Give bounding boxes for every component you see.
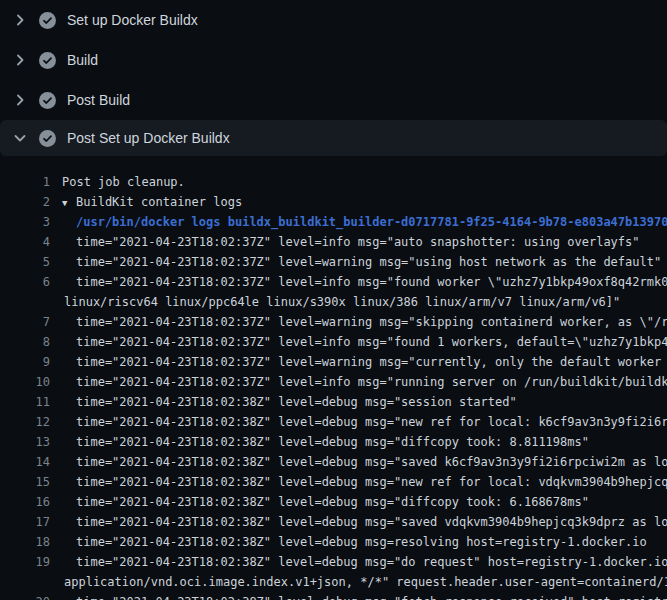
step-section-build[interactable]: Build <box>0 40 667 80</box>
log-line: 10time="2021-04-23T18:02:37Z" level=info… <box>0 372 667 392</box>
log-line-number[interactable]: 14 <box>0 452 50 472</box>
log-line-text: time="2021-04-23T18:02:38Z" level=debug … <box>62 552 667 572</box>
log-line: 11time="2021-04-23T18:02:38Z" level=debu… <box>0 392 667 412</box>
log-line-number[interactable]: 10 <box>0 372 50 392</box>
step-section-post-build[interactable]: Post Build <box>0 80 667 120</box>
log-line-number[interactable]: 20 <box>0 592 50 600</box>
log-line-number[interactable]: 3 <box>0 212 50 232</box>
log-line-number[interactable]: 13 <box>0 432 50 452</box>
check-circle-icon <box>39 130 56 147</box>
log-line-text: time="2021-04-23T18:02:38Z" level=debug … <box>62 432 589 452</box>
log-line: 16time="2021-04-23T18:02:38Z" level=debu… <box>0 492 667 512</box>
log-line: 18time="2021-04-23T18:02:38Z" level=debu… <box>0 532 667 552</box>
chevron-down-icon <box>12 130 28 146</box>
log-line-number <box>0 292 50 312</box>
log-line-number[interactable]: 18 <box>0 532 50 552</box>
check-circle-icon <box>39 92 56 109</box>
log-line-text: time="2021-04-23T18:02:37Z" level=info m… <box>62 332 667 352</box>
log-line: 20time="2021-04-23T18:02:38Z" level=debu… <box>0 592 667 600</box>
log-line: 6time="2021-04-23T18:02:37Z" level=info … <box>0 272 667 292</box>
log-line: 8time="2021-04-23T18:02:37Z" level=info … <box>0 332 667 352</box>
step-section-label: Post Set up Docker Buildx <box>67 131 230 145</box>
log-line-text: time="2021-04-23T18:02:38Z" level=debug … <box>62 412 667 432</box>
log-line-text: ▼BuildKit container logs <box>62 192 242 212</box>
log-line: 15time="2021-04-23T18:02:38Z" level=debu… <box>0 472 667 492</box>
log-line-text: time="2021-04-23T18:02:38Z" level=debug … <box>62 592 667 600</box>
log-line-text: time="2021-04-23T18:02:37Z" level=info m… <box>62 372 667 392</box>
log-line-number[interactable]: 4 <box>0 232 50 252</box>
chevron-right-icon <box>12 52 28 68</box>
check-circle-icon <box>39 52 56 69</box>
log-line: 3/usr/bin/docker logs buildx_buildkit_bu… <box>0 212 667 232</box>
log-line-number <box>0 572 50 592</box>
step-section-post-set-up-docker-buildx[interactable]: Post Set up Docker Buildx <box>0 120 667 156</box>
log-line-text: time="2021-04-23T18:02:37Z" level=warnin… <box>62 252 661 272</box>
log-line-number[interactable]: 11 <box>0 392 50 412</box>
log-line-text: time="2021-04-23T18:02:38Z" level=debug … <box>62 472 667 492</box>
log-line-text: Post job cleanup. <box>62 172 185 192</box>
check-circle-icon <box>39 12 56 29</box>
log-line: linux/riscv64 linux/ppc64le linux/s390x … <box>0 292 667 312</box>
log-line-number[interactable]: 17 <box>0 512 50 532</box>
step-section-label: Build <box>67 53 98 67</box>
chevron-right-icon <box>12 92 28 108</box>
log-line: 14time="2021-04-23T18:02:38Z" level=debu… <box>0 452 667 472</box>
log-line-number[interactable]: 15 <box>0 472 50 492</box>
log-line: 19time="2021-04-23T18:02:38Z" level=debu… <box>0 552 667 572</box>
log-line-text: time="2021-04-23T18:02:37Z" level=info m… <box>62 272 667 292</box>
log-group-title[interactable]: BuildKit container logs <box>76 195 242 209</box>
log-line: 2▼BuildKit container logs <box>0 192 667 212</box>
log-line-number[interactable]: 7 <box>0 312 50 332</box>
log-line-text: linux/riscv64 linux/ppc64le linux/s390x … <box>62 292 620 312</box>
log-line-number[interactable]: 2 <box>0 192 50 212</box>
log-line-text: time="2021-04-23T18:02:38Z" level=debug … <box>62 492 589 512</box>
log-line: 5time="2021-04-23T18:02:37Z" level=warni… <box>0 252 667 272</box>
log-pane: 1Post job cleanup.2▼BuildKit container l… <box>0 156 667 600</box>
log-line-text: time="2021-04-23T18:02:37Z" level=info m… <box>62 232 640 252</box>
step-section-label: Post Build <box>67 93 130 107</box>
log-line-text: application/vnd.oci.image.index.v1+json,… <box>62 572 667 592</box>
log-line: 17time="2021-04-23T18:02:38Z" level=debu… <box>0 512 667 532</box>
group-expand-marker-icon[interactable]: ▼ <box>62 193 76 213</box>
log-line: 7time="2021-04-23T18:02:37Z" level=warni… <box>0 312 667 332</box>
log-line: 12time="2021-04-23T18:02:38Z" level=debu… <box>0 412 667 432</box>
log-line-number[interactable]: 12 <box>0 412 50 432</box>
log-line-number[interactable]: 1 <box>0 172 50 192</box>
log-line-number[interactable]: 6 <box>0 272 50 292</box>
log-line: 9time="2021-04-23T18:02:37Z" level=warni… <box>0 352 667 372</box>
log-line: 13time="2021-04-23T18:02:38Z" level=debu… <box>0 432 667 452</box>
log-line-number[interactable]: 16 <box>0 492 50 512</box>
log-line-number[interactable]: 5 <box>0 252 50 272</box>
step-section-set-up-docker-buildx[interactable]: Set up Docker Buildx <box>0 0 667 40</box>
step-section-label: Set up Docker Buildx <box>67 13 198 27</box>
step-section-list: Set up Docker BuildxBuildPost BuildPost … <box>0 0 667 156</box>
log-line-number[interactable]: 19 <box>0 552 50 572</box>
log-line: application/vnd.oci.image.index.v1+json,… <box>0 572 667 592</box>
log-line-text: time="2021-04-23T18:02:38Z" level=debug … <box>62 452 667 472</box>
log-line-text: time="2021-04-23T18:02:37Z" level=warnin… <box>62 312 667 332</box>
log-line-number[interactable]: 8 <box>0 332 50 352</box>
log-line: 4time="2021-04-23T18:02:37Z" level=info … <box>0 232 667 252</box>
log-line-text: time="2021-04-23T18:02:37Z" level=warnin… <box>62 352 667 372</box>
chevron-right-icon <box>12 12 28 28</box>
log-line-text: time="2021-04-23T18:02:38Z" level=debug … <box>62 532 647 552</box>
log-line-text: time="2021-04-23T18:02:38Z" level=debug … <box>62 512 667 532</box>
log-line-number[interactable]: 9 <box>0 352 50 372</box>
log-command-text: /usr/bin/docker logs buildx_buildkit_bui… <box>62 212 667 232</box>
log-line: 1Post job cleanup. <box>0 172 667 192</box>
log-line-text: time="2021-04-23T18:02:38Z" level=debug … <box>62 392 517 412</box>
